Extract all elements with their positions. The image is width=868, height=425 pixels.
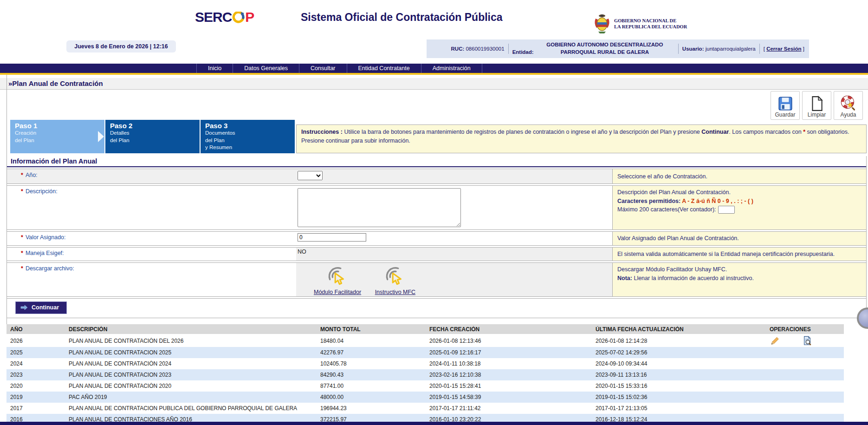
- content-left-border: [6, 75, 7, 324]
- step-3-documentos[interactable]: Paso 3 Documentos del Plan y Resumen: [201, 120, 295, 153]
- form-row-descargar: *Descargar archivo: Módulo Facilitador I…: [7, 262, 866, 297]
- plans-table: AÑO DESCRIPCIÓN MONTO TOTAL FECHA CREACI…: [6, 324, 844, 425]
- descripcion-help2: Caracteres permitidos: A - Z á-ú ñ Ñ 0 -…: [617, 197, 862, 206]
- descripcion-help3: Máximo 200 caracteres(Ver contador):: [617, 205, 862, 214]
- user-label: Usuario:: [682, 46, 704, 52]
- view-document-icon[interactable]: [802, 336, 812, 346]
- ruc-value: 0860019930001: [466, 46, 504, 52]
- entity-label: Entidad:: [512, 49, 534, 55]
- step-3-line1: Documentos: [205, 130, 290, 137]
- table-header-row: AÑO DESCRIPCIÓN MONTO TOTAL FECHA CREACI…: [6, 324, 844, 334]
- step-1-creacion[interactable]: Paso 1 Creación del Plan: [10, 120, 104, 153]
- modulo-facilitador-download[interactable]: Módulo Facilitador: [314, 266, 361, 295]
- plan-form: Información del Plan Anual *Año: Selecci…: [6, 156, 867, 318]
- cell-updated: 2019-01-15 15:02:36: [592, 394, 759, 400]
- anio-label: Año:: [26, 172, 38, 178]
- entity-value: GOBIERNO AUTONOMO DESCENTRALIZADO PARROQ…: [535, 41, 674, 56]
- logout-wrap: [ Cerrar Sesión ]: [764, 46, 804, 52]
- cell-updated: 2017-01-17 21:13:05: [592, 405, 759, 412]
- click-download-icon: [327, 266, 348, 287]
- bracket: ]: [803, 46, 804, 52]
- anio-control-cell: [296, 169, 612, 183]
- clear-button[interactable]: Limpiar: [802, 91, 831, 120]
- cell-year: 2026: [6, 338, 65, 344]
- cell-updated: 2025-07-02 14:29:56: [592, 349, 759, 356]
- continue-button[interactable]: Continuar: [15, 301, 67, 314]
- step-1-title: Paso 1: [15, 122, 100, 130]
- cell-amount: 42276.97: [317, 349, 426, 356]
- col-header-operaciones: OPERACIONES: [759, 326, 844, 333]
- year-select[interactable]: [298, 171, 323, 180]
- nav-item-consultar[interactable]: Consultar: [299, 64, 347, 73]
- descargar-help2: Nota: Llenar la información de acuerdo a…: [617, 274, 862, 283]
- cell-amount: 102405.78: [317, 360, 426, 367]
- modulo-facilitador-link[interactable]: Módulo Facilitador: [314, 289, 361, 295]
- table-row: 2024 PLAN ANUAL DE CONTRATACIÓN 2024 102…: [6, 358, 844, 369]
- col-header-ultima-actualizacion: ÚLTIMA FECHA ACTUALIZACIÓN: [592, 326, 759, 333]
- cell-description: PLAN ANUAL DE CONTRATACION 2025: [65, 349, 317, 356]
- sercop-logo-p: P: [245, 9, 254, 25]
- page-title: »Plan Anual de Contratación: [0, 78, 868, 90]
- government-brand: GOBIERNO NACIONAL DE LA REPUBLICA DEL EC…: [593, 13, 687, 34]
- cell-description: PLAN ANUAL DE CONTRATACIÓN 2024: [65, 360, 317, 367]
- descargar-help1: Descargar Módulo Facilitador Ushay MFC.: [617, 265, 862, 274]
- descripcion-help: Descripción del Plan Anual de Contrataci…: [612, 186, 866, 229]
- cell-year: 2024: [6, 360, 65, 367]
- save-button[interactable]: Guardar: [771, 91, 800, 120]
- valor-help: Valor Asignado del Plan Anual de Contrat…: [612, 232, 866, 245]
- nav-item-administracion[interactable]: Administración: [421, 64, 482, 73]
- help-button[interactable]: Ayuda: [834, 91, 863, 120]
- step-3-line3: y Resumen: [205, 144, 290, 151]
- step-1-arrow-icon: [98, 131, 104, 142]
- step-2-line2: del Plan: [110, 137, 195, 144]
- step-2-detalles[interactable]: Paso 2 Detalles del Plan: [105, 120, 200, 153]
- col-header-monto: MONTO TOTAL: [317, 326, 426, 333]
- descripcion-label: Descripción:: [26, 188, 58, 195]
- instructions-text1: Utilice la barra de botones para manteni…: [343, 129, 701, 135]
- ecuador-coat-of-arms-icon: [593, 13, 611, 34]
- cell-year: 2023: [6, 372, 65, 378]
- logout-link[interactable]: Cerrar Sesión: [766, 46, 801, 52]
- descripcion-textarea[interactable]: [298, 188, 461, 227]
- valor-input[interactable]: [298, 233, 366, 242]
- toolbar: Guardar Limpiar Ayuda: [771, 91, 863, 120]
- valor-label-cell: *Valor Asignado:: [7, 232, 296, 245]
- chars-allowed: A - Z á-ú ñ Ñ 0 - 9 , . : ; - ( ): [680, 198, 753, 204]
- government-text: GOBIERNO NACIONAL DE LA REPUBLICA DEL EC…: [614, 18, 687, 30]
- cell-year: 2020: [6, 383, 65, 389]
- cell-created: 2020-01-15 15:28:41: [426, 383, 592, 389]
- blank-page-icon: [809, 96, 825, 111]
- instructions-box: Instrucciones : Utilice la barra de boto…: [296, 124, 867, 153]
- section-title: Información del Plan Anual: [7, 156, 866, 167]
- descripcion-label-cell: *Descripción:: [7, 186, 296, 229]
- edit-pencil-icon[interactable]: [770, 336, 780, 346]
- continue-row: Continuar: [7, 298, 866, 318]
- save-floppy-icon: [777, 96, 793, 111]
- main-nav: Inicio Datos Generales Consultar Entidad…: [0, 64, 868, 73]
- cell-year: 2019: [6, 394, 65, 400]
- descripcion-help1: Descripción del Plan Anual de Contrataci…: [617, 188, 862, 197]
- table-row: 2020 PLAN ANUAL DE CONTRATACIÓN 2020 877…: [6, 380, 844, 392]
- descargar-control-cell: Módulo Facilitador Instructivo MFC: [296, 263, 612, 296]
- nav-item-inicio[interactable]: Inicio: [196, 64, 233, 73]
- instructivo-mfc-download[interactable]: Instructivo MFC: [375, 266, 416, 295]
- click-download-icon: [384, 266, 406, 287]
- nav-item-entidad-contratante[interactable]: Entidad Contratante: [347, 64, 421, 73]
- descargar-label: Descargar archivo:: [26, 265, 74, 272]
- col-header-anio: AÑO: [6, 326, 65, 333]
- sercop-logo-text: SERC: [195, 9, 232, 25]
- cell-updated: 2023-09-11 13:13:16: [592, 372, 759, 378]
- valor-control-cell: [296, 232, 612, 245]
- chars-label: Caracteres permitidos:: [617, 198, 680, 204]
- step-3-line2: del Plan: [205, 137, 290, 144]
- cell-description: PLAN ANUAL DE CONTRATACION PUBLICA DEL G…: [65, 405, 317, 412]
- cell-created: 2019-01-15 14:58:39: [426, 394, 592, 400]
- step-3-title: Paso 3: [205, 122, 290, 130]
- valor-label: Valor Asignado:: [26, 234, 66, 241]
- required-asterisk: *: [21, 188, 23, 195]
- cell-updated: 2020-01-15 15:33:16: [592, 383, 759, 389]
- arrow-right-icon: [20, 305, 28, 310]
- instructivo-mfc-link[interactable]: Instructivo MFC: [375, 289, 416, 295]
- esigef-help: El sistema valida automáticamente si la …: [612, 248, 866, 261]
- nav-item-datos-generales[interactable]: Datos Generales: [233, 64, 299, 73]
